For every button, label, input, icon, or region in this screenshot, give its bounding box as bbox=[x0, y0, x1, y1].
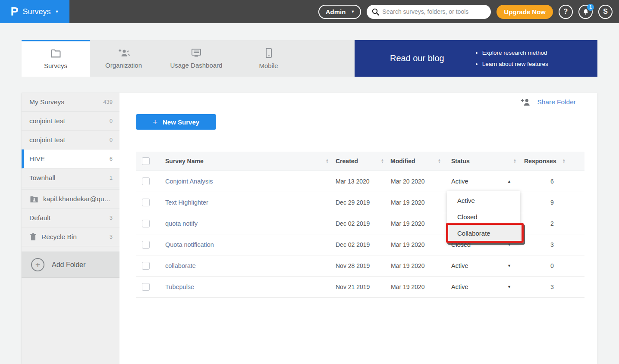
folder-label: Recycle Bin bbox=[41, 233, 106, 241]
sidebar-item-recycle-bin[interactable]: Recycle Bin 3 bbox=[22, 227, 119, 246]
caret-down-icon: ▼ bbox=[507, 285, 511, 289]
responses-count: 6 bbox=[520, 178, 584, 185]
sort-icon[interactable]: ▲▼ bbox=[438, 159, 441, 164]
survey-name-link[interactable]: Tubepulse bbox=[160, 283, 332, 290]
row-checkbox[interactable] bbox=[142, 283, 150, 291]
app-window: P Surveys ▼ Admin ▼ Upgrade Now ? bbox=[0, 0, 619, 364]
column-label: Created bbox=[336, 158, 358, 165]
survey-name-link[interactable]: quota notify bbox=[160, 220, 332, 227]
folder-label: kapil.khandekar@que… bbox=[43, 195, 113, 203]
select-all-checkbox[interactable] bbox=[142, 157, 150, 165]
survey-name-link[interactable]: collaborate bbox=[160, 262, 332, 269]
survey-name-link[interactable]: Conjoint Analysis bbox=[160, 178, 332, 185]
help-button[interactable]: ? bbox=[559, 5, 573, 19]
product-switcher[interactable]: P Surveys ▼ bbox=[0, 0, 69, 23]
column-header-modified[interactable]: Modified ▲▼ bbox=[387, 152, 444, 171]
table-header-row: Survey Name ▲▼ Created ▲▼ Modified ▲▼ St… bbox=[136, 152, 584, 171]
table-row: Tubepulse Nov 21 2019 Mar 19 2020 Active… bbox=[136, 277, 584, 298]
chevron-down-icon: ▼ bbox=[351, 9, 355, 14]
row-checkbox[interactable] bbox=[142, 177, 150, 185]
folder-label: HIVE bbox=[29, 155, 106, 163]
folder-icon bbox=[50, 49, 61, 58]
row-checkbox[interactable] bbox=[142, 241, 150, 249]
column-label: Responses bbox=[524, 158, 556, 165]
sidebar-item-hive[interactable]: HIVE 6 bbox=[22, 149, 119, 168]
sidebar-item-conjoint-test-2[interactable]: conjoint test 0 bbox=[22, 131, 119, 149]
responses-count: 9 bbox=[520, 199, 584, 206]
modified-date: Mar 19 2020 bbox=[387, 220, 444, 227]
sort-icon[interactable]: ▲▼ bbox=[513, 159, 516, 164]
folder-label: Default bbox=[29, 214, 106, 222]
folder-count: 0 bbox=[110, 118, 113, 124]
tab-mobile[interactable]: Mobile bbox=[235, 40, 302, 77]
caret-down-icon: ▼ bbox=[507, 264, 511, 268]
caret-up-icon: ▲ bbox=[507, 179, 511, 184]
table-row: Conjoint Analysis Mar 13 2020 Mar 20 202… bbox=[136, 171, 584, 192]
banner-bullet: Explore research method bbox=[482, 47, 548, 59]
shared-folder-icon bbox=[29, 195, 39, 203]
created-date: Nov 21 2019 bbox=[332, 283, 387, 290]
status-option-collaborate[interactable]: Collaborate bbox=[447, 225, 520, 241]
admin-label: Admin bbox=[326, 8, 346, 16]
chevron-down-icon: ▼ bbox=[55, 9, 59, 14]
modified-date: Mar 19 2020 bbox=[387, 241, 444, 248]
tab-surveys[interactable]: Surveys bbox=[22, 40, 90, 77]
created-date: Nov 28 2019 bbox=[332, 262, 387, 269]
folder-label: conjoint test bbox=[29, 136, 106, 144]
column-header-responses[interactable]: Responses ▲▼ bbox=[520, 152, 584, 171]
admin-menu-button[interactable]: Admin ▼ bbox=[318, 5, 361, 19]
mobile-icon bbox=[265, 48, 272, 58]
created-date: Dec 02 2019 bbox=[332, 241, 387, 248]
content-card: My Surveys 439 conjoint test 0 conjoint … bbox=[22, 93, 597, 364]
row-checkbox[interactable] bbox=[142, 262, 150, 270]
sidebar-item-townhall[interactable]: Townhall 1 bbox=[22, 168, 119, 187]
folder-count: 3 bbox=[110, 215, 113, 221]
survey-name-link[interactable]: Quota notification bbox=[160, 241, 332, 248]
trash-icon bbox=[29, 233, 37, 241]
new-survey-button[interactable]: + New Survey bbox=[136, 114, 216, 130]
column-label: Status bbox=[451, 158, 470, 165]
survey-name-link[interactable]: Text Highlighter bbox=[160, 199, 332, 206]
row-checkbox[interactable] bbox=[142, 220, 150, 227]
tab-organization[interactable]: Organization bbox=[90, 40, 157, 77]
status-dropdown-trigger[interactable]: Active ▼ bbox=[444, 283, 520, 290]
tab-label: Mobile bbox=[259, 62, 278, 69]
upgrade-now-button[interactable]: Upgrade Now bbox=[496, 5, 553, 19]
sort-icon[interactable]: ▲▼ bbox=[562, 159, 566, 164]
folder-count: 439 bbox=[103, 99, 113, 105]
sidebar-item-shared-account[interactable]: kapil.khandekar@que… bbox=[22, 190, 119, 208]
status-option-closed[interactable]: Closed bbox=[447, 208, 520, 225]
search-input[interactable] bbox=[367, 5, 491, 19]
notifications-button[interactable]: 1 bbox=[578, 5, 593, 19]
folder-label: My Surveys bbox=[29, 98, 100, 106]
row-checkbox[interactable] bbox=[142, 199, 150, 206]
folder-count: 6 bbox=[110, 156, 113, 162]
created-date: Dec 29 2019 bbox=[332, 199, 387, 206]
add-people-icon bbox=[118, 48, 130, 58]
status-option-active[interactable]: Active bbox=[447, 192, 520, 208]
column-header-created[interactable]: Created ▲▼ bbox=[332, 152, 387, 171]
responses-count: 3 bbox=[520, 283, 584, 290]
sidebar-item-default[interactable]: Default 3 bbox=[22, 208, 119, 227]
tab-usage-dashboard[interactable]: Usage Dashboard bbox=[157, 40, 235, 77]
sort-icon[interactable]: ▲▼ bbox=[326, 159, 329, 164]
blog-banner[interactable]: Read our blog Explore research method Le… bbox=[355, 40, 597, 77]
share-folder-button[interactable]: Share Folder bbox=[520, 98, 576, 106]
sidebar-item-conjoint-test-1[interactable]: conjoint test 0 bbox=[22, 112, 119, 131]
status-dropdown-trigger[interactable]: Active ▲ bbox=[444, 178, 520, 185]
share-folder-label: Share Folder bbox=[537, 98, 576, 106]
status-dropdown-trigger[interactable]: Active ▼ bbox=[444, 262, 520, 269]
avatar[interactable]: S bbox=[598, 5, 613, 19]
sort-icon[interactable]: ▲▼ bbox=[381, 159, 384, 164]
navbar-actions: Admin ▼ Upgrade Now ? 1 bbox=[318, 5, 619, 19]
tab-label: Usage Dashboard bbox=[170, 62, 223, 69]
tab-label: Organization bbox=[105, 62, 142, 69]
column-header-status[interactable]: Status ▲▼ bbox=[444, 152, 520, 171]
column-header-survey-name[interactable]: Survey Name ▲▼ bbox=[160, 152, 332, 171]
modified-date: Mar 19 2020 bbox=[387, 262, 444, 269]
question-icon: ? bbox=[564, 8, 568, 16]
share-person-icon bbox=[520, 98, 532, 106]
add-folder-button[interactable]: + Add Folder bbox=[22, 252, 119, 278]
plus-circle-icon: + bbox=[31, 258, 44, 271]
sidebar-item-my-surveys[interactable]: My Surveys 439 bbox=[22, 93, 119, 112]
